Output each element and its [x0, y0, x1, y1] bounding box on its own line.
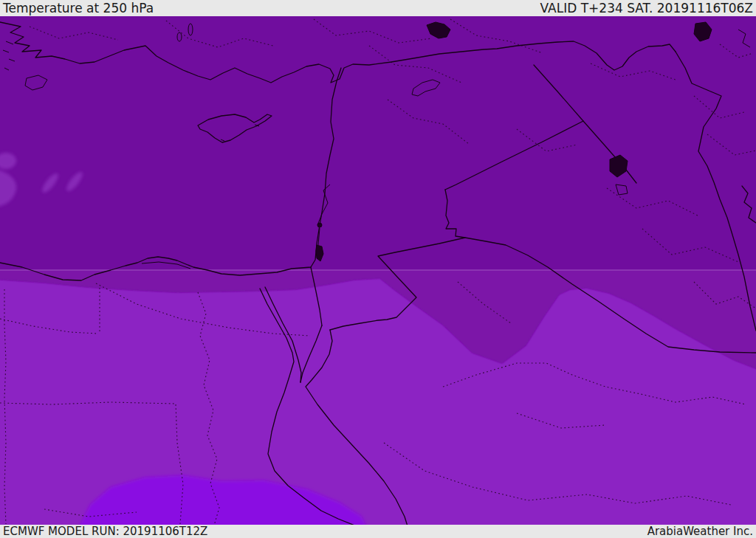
- valid-time-label: VALID T+234 SAT. 20191116T06Z: [540, 1, 753, 15]
- weather-map-window: Temperature at 250 hPa VALID T+234 SAT. …: [0, 0, 756, 538]
- model-run-label: ECMWF MODEL RUN: 20191106T12Z: [3, 525, 207, 538]
- title-bar: Temperature at 250 hPa VALID T+234 SAT. …: [0, 0, 756, 16]
- status-bar: ECMWF MODEL RUN: 20191106T12Z ArabiaWeat…: [0, 525, 756, 538]
- brand-label: ArabiaWeather Inc.: [647, 525, 753, 538]
- map-title: Temperature at 250 hPa: [3, 1, 154, 15]
- weather-map-canvas: [0, 16, 756, 525]
- sea-of-galilee: [317, 223, 322, 227]
